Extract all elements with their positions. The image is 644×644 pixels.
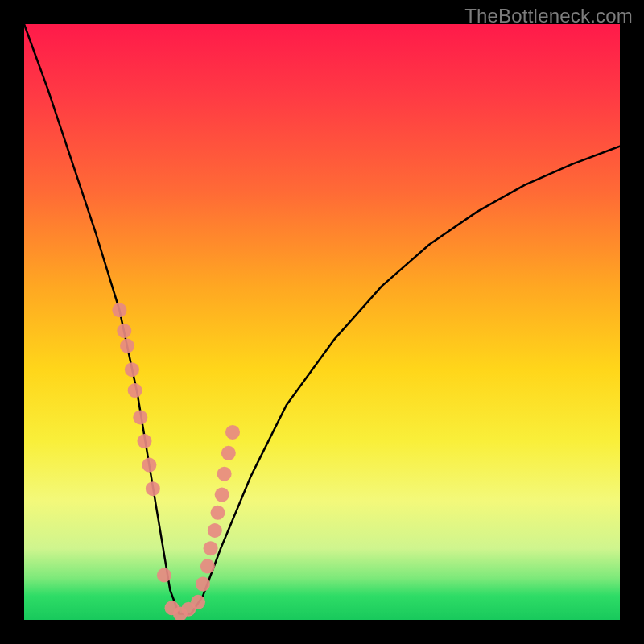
plot-area bbox=[24, 24, 620, 620]
sample-dot bbox=[191, 595, 205, 609]
bottleneck-curve bbox=[24, 24, 620, 614]
sample-dot bbox=[196, 577, 210, 592]
sample-dot bbox=[211, 506, 225, 520]
sample-dot bbox=[128, 383, 142, 398]
sample-dot bbox=[125, 362, 139, 377]
sample-dots bbox=[112, 303, 240, 620]
sample-dot bbox=[117, 324, 131, 338]
sample-dot bbox=[204, 541, 218, 555]
sample-dot bbox=[200, 559, 215, 573]
sample-dot bbox=[142, 458, 156, 473]
sample-dot bbox=[120, 339, 134, 353]
sample-dot bbox=[221, 446, 236, 460]
chart-frame: TheBottleneck.com bbox=[0, 0, 644, 644]
sample-dot bbox=[133, 410, 147, 424]
sample-dot bbox=[112, 303, 126, 317]
sample-dot bbox=[215, 488, 229, 502]
sample-dot bbox=[146, 481, 160, 496]
sample-dot bbox=[208, 523, 222, 538]
sample-dot bbox=[157, 568, 171, 583]
sample-dot bbox=[137, 434, 151, 448]
sample-dot bbox=[225, 425, 240, 440]
sample-dot bbox=[217, 467, 232, 481]
chart-svg bbox=[24, 24, 620, 620]
